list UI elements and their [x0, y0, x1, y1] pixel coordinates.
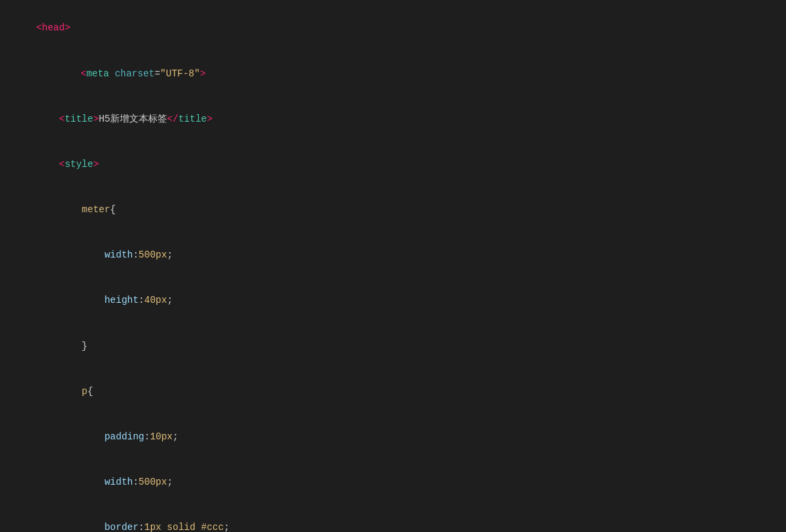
code-line-12: border:1px solid #ccc;	[11, 505, 775, 532]
code-editor: <head> <meta charset="UTF-8"> <title>H5新…	[0, 5, 786, 532]
code-line-8: }	[11, 323, 775, 368]
code-line-7: height:40px;	[11, 278, 775, 323]
code-line-2: <meta charset="UTF-8">	[11, 51, 775, 96]
code-line-10: padding:10px;	[11, 414, 775, 460]
code-line-3: <title>H5新增文本标签</title>	[11, 96, 775, 141]
code-line-11: width:500px;	[11, 460, 775, 505]
code-line-5: meter{	[11, 187, 775, 233]
code-line-4: <style>	[11, 142, 775, 187]
code-line-9: p{	[11, 368, 775, 414]
code-line-6: width:500px;	[11, 233, 775, 278]
code-line-1: <head>	[11, 5, 775, 51]
